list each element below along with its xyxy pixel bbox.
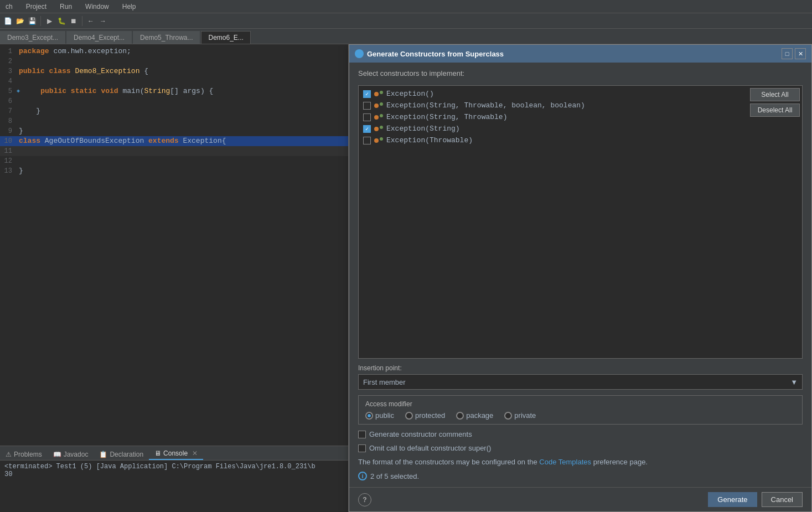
omit-super-option[interactable]: Omit call to default constructor super() [358,444,803,452]
main-content: 1package com.hwh.exception;2 3public cla… [0,44,812,512]
access-radio-private[interactable]: private [504,411,536,420]
code-line-8: 8 [0,116,348,126]
line-num-4: 4 [0,76,17,86]
tab-declaration-label: Declaration [110,451,143,458]
access-modifier-section: Access modifier publicprotectedpackagepr… [358,395,803,425]
constructor-item-2[interactable]: Exception(String, Throwable) [361,111,743,123]
console-icon: 🖥 [154,449,161,457]
constructor-item-1[interactable]: Exception(String, Throwable, boolean, bo… [361,100,743,111]
menu-project[interactable]: Project [23,2,50,12]
line-content-5: public static void main(String[] args) { [21,86,348,96]
access-radio-public[interactable]: public [365,411,394,420]
editor[interactable]: 1package com.hwh.exception;2 3public cla… [0,44,348,446]
toolbar-forward[interactable]: → [97,15,108,27]
line-content-4 [17,76,348,86]
toolbar-run[interactable]: ▶ [44,15,55,27]
generate-button[interactable]: Generate [708,492,757,507]
constructor-icon-4 [374,138,383,143]
tab-demo6-label: Demo6_E... [208,34,243,42]
code-line-9: 9} [0,126,348,136]
tab-demo4-label: Demo4_Except... [74,34,125,42]
code-line-11: 11 [0,146,348,156]
line-num-3: 3 [0,66,17,76]
deselect-all-button[interactable]: Deselect All [750,104,800,117]
toolbar-debug[interactable]: 🐛 [56,15,67,27]
line-num-2: 2 [0,56,17,66]
tab-demo4[interactable]: Demo4_Except... [66,31,132,44]
code-line-13: 13} [0,166,348,176]
constructor-checkbox-2[interactable] [363,113,371,121]
cancel-button[interactable]: Cancel [762,492,803,507]
dialog-maximize-button[interactable]: □ [782,48,793,59]
toolbar: 📄 📂 💾 ▶ 🐛 ⏹ ← → [0,13,812,29]
constructor-name-3: Exception(String) [386,125,460,133]
access-radio-package[interactable]: package [456,411,493,420]
line-num-13: 13 [0,166,17,176]
select-all-button[interactable]: Select All [750,88,800,101]
line-content-2 [17,56,348,66]
constructor-checkbox-3[interactable] [363,125,371,133]
section-label: Select constructors to implement: [358,69,803,77]
menu-help[interactable]: Help [119,2,139,12]
constructor-list-container: Exception()Exception(String, Throwable, … [358,85,803,359]
tab-javadoc[interactable]: 📖 Javadoc [48,449,94,460]
omit-super-checkbox[interactable] [358,444,366,452]
access-modifier-label: Access modifier [365,400,795,408]
insertion-point-label: Insertion point: [358,364,803,372]
insertion-point-value: First member [363,378,406,386]
tab-console[interactable]: 🖥 Console ✕ [149,448,203,460]
help-button[interactable]: ? [358,493,371,506]
radio-label-public: public [375,411,394,420]
list-buttons: Select All Deselect All [748,86,802,358]
constructor-icon-1 [374,104,383,108]
line-num-11: 11 [0,146,17,156]
constructor-item-3[interactable]: Exception(String) [361,123,743,135]
constructor-icon-2 [374,115,383,120]
menu-run[interactable]: Run [56,2,75,12]
menu-ch[interactable]: ch [2,2,16,12]
menu-window[interactable]: Window [82,2,112,12]
info-prefix: The format of the constructors may be co… [358,458,539,466]
tab-problems[interactable]: ⚠ Problems [0,449,48,460]
constructor-checkbox-0[interactable] [363,90,371,98]
dialog: Generate Constructors from Superclass □ … [349,44,812,512]
toolbar-back[interactable]: ← [85,15,96,27]
constructor-checkbox-4[interactable] [363,137,371,144]
line-num-12: 12 [0,156,17,166]
info-text: The format of the constructors may be co… [358,458,803,466]
constructor-checkbox-1[interactable] [363,102,371,110]
toolbar-open[interactable]: 📂 [14,15,25,27]
dialog-body: Select constructors to implement: Except… [349,63,811,487]
declaration-icon: 📋 [99,451,107,458]
radio-circle-package [456,412,464,420]
constructor-item-4[interactable]: Exception(Throwable) [361,135,743,146]
toolbar-stop[interactable]: ⏹ [68,15,79,27]
code-line-2: 2 [0,56,348,66]
code-line-5: 5◈ public static void main(String[] args… [0,86,348,96]
generate-comments-checkbox[interactable] [358,431,366,438]
problems-icon: ⚠ [6,451,12,458]
tab-javadoc-label: Javadoc [64,451,89,458]
insertion-point-select[interactable]: First member ▼ [358,374,803,390]
code-line-6: 6 [0,96,348,106]
code-templates-link[interactable]: Code Templates [539,458,591,466]
generate-comments-option[interactable]: Generate constructor comments [358,430,803,438]
line-content-9: } [17,126,348,136]
tab-demo6[interactable]: Demo6_E... [201,31,250,44]
line-content-8 [17,116,348,126]
console-content: <terminated> Test1 (5) [Java Application… [0,461,348,512]
console-close-icon[interactable]: ✕ [192,449,198,457]
tab-demo5[interactable]: Demo5_Throwa... [133,31,200,44]
breakpoint-marker: ◈ [17,86,21,96]
toolbar-save[interactable]: 💾 [27,15,38,27]
line-num-7: 7 [0,106,17,116]
access-radio-protected[interactable]: protected [405,411,445,420]
tab-demo3[interactable]: Demo3_Except... [0,31,65,44]
tab-declaration[interactable]: 📋 Declaration [94,449,149,460]
insertion-point-row: Insertion point: First member ▼ [358,364,803,390]
constructor-icon-0 [374,92,383,96]
line-content-11 [17,146,348,156]
constructor-item-0[interactable]: Exception() [361,88,743,100]
dialog-close-button[interactable]: ✕ [795,48,806,59]
toolbar-new[interactable]: 📄 [2,15,13,27]
